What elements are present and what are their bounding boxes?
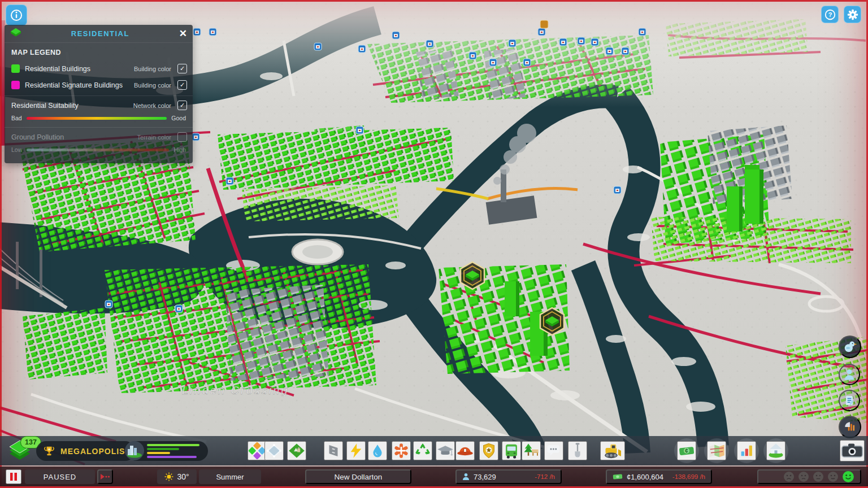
bus-icon — [503, 442, 520, 459]
terraforming-tool[interactable] — [568, 441, 587, 460]
game-screen: Linden Crossing ? RESIDENTIAL ✕ MAP LEGE — [0, 0, 868, 488]
chat-bubbles-icon — [545, 442, 562, 459]
unhappy-face-icon — [798, 471, 809, 482]
pause-button[interactable] — [6, 469, 21, 484]
temperature-value: 30° — [177, 472, 189, 481]
population-button[interactable]: 73,629 -712 /h — [455, 469, 562, 484]
residential-zoning-icon — [10, 28, 21, 40]
radio-button[interactable] — [839, 416, 861, 438]
bulldozer-icon — [601, 442, 624, 459]
pollution-checkbox[interactable] — [177, 132, 187, 142]
checkmark-icon: ✓ — [180, 102, 185, 108]
legend-title: RESIDENTIAL — [21, 29, 179, 38]
main-toolbar: 137 MEGALOPOLIS — [0, 436, 868, 465]
bulldozer-tool[interactable] — [600, 441, 625, 460]
gradient-low-label: Low — [11, 146, 22, 153]
population-rate: -712 /h — [535, 473, 555, 480]
map-legend-panel: RESIDENTIAL ✕ MAP LEGEND Residential Bui… — [5, 25, 193, 163]
legend-row-suitability: Residential Suitability Network color ✓ — [5, 97, 193, 114]
zoning-icon — [249, 442, 266, 459]
chirper-button[interactable] — [839, 336, 861, 358]
citizen-icon — [843, 368, 856, 381]
close-icon[interactable]: ✕ — [179, 29, 187, 38]
legend-row-signature-buildings: Residential Signature Buildings Building… — [5, 77, 193, 93]
graduation-cap-icon — [437, 442, 454, 460]
city-name-label: New Dollarton — [335, 473, 383, 481]
checkmark-icon: ✓ — [180, 66, 185, 72]
roads-tool[interactable] — [324, 441, 343, 460]
trophy-icon — [43, 445, 55, 457]
info-views-tool[interactable] — [707, 441, 726, 460]
signature-buildings-swatch — [11, 81, 20, 89]
city-information-tool[interactable] — [766, 441, 785, 460]
temperature-display: 30° — [157, 469, 197, 484]
info-button[interactable] — [6, 5, 27, 26]
sim-speed-icon — [100, 473, 110, 480]
gradient-high-label: High — [173, 146, 186, 153]
legend-row-color-type: Building color — [134, 82, 171, 89]
svg-text:¢: ¢ — [685, 448, 688, 454]
roads-icon — [325, 442, 342, 460]
journal-button[interactable] — [839, 390, 860, 411]
bar-chart-icon — [739, 443, 754, 459]
legend-row-label: Residential Suitability — [11, 102, 128, 110]
residential-buildings-checkbox[interactable]: ✓ — [177, 64, 187, 73]
pollution-gradient-bar — [27, 149, 169, 151]
money-value: ¢1,600,604 — [627, 473, 669, 481]
map-icon — [708, 442, 725, 459]
suitability-checkbox[interactable]: ✓ — [177, 101, 187, 110]
gradient-high-label: Good — [171, 115, 186, 121]
help-button[interactable]: ? — [821, 6, 839, 23]
content-face-icon — [827, 471, 839, 482]
legend-row-color-type: Terrain color — [137, 134, 171, 141]
legend-row-color-type: Network color — [133, 102, 171, 109]
happiness-scale — [783, 470, 860, 483]
money-icon — [613, 473, 623, 480]
citizens-button[interactable] — [839, 364, 860, 385]
suitability-gradient-bar — [27, 117, 167, 120]
economy-tool[interactable]: ¢ — [677, 441, 696, 460]
fire-rescue-tool[interactable] — [455, 441, 475, 460]
transportation-tool[interactable] — [502, 441, 521, 460]
garbage-tool[interactable] — [413, 441, 432, 460]
landscaping-tool[interactable] — [287, 441, 306, 460]
milestone-button[interactable]: MEGALOPOLIS — [36, 441, 135, 461]
areas-tool[interactable] — [264, 441, 284, 460]
help-icon: ? — [824, 8, 836, 21]
communications-tool[interactable] — [544, 441, 563, 460]
police-tool[interactable] — [479, 441, 498, 460]
water-sewage-tool[interactable] — [368, 441, 387, 460]
economy-money-icon: ¢ — [678, 442, 695, 459]
population-icon — [462, 473, 470, 481]
population-value: 73,629 — [474, 473, 531, 481]
statistics-tool[interactable] — [737, 441, 756, 460]
gradient-low-label: Bad — [11, 115, 22, 121]
signature-buildings-checkbox[interactable]: ✓ — [177, 80, 187, 90]
legend-row-residential-buildings: Residential Buildings Building color ✓ — [5, 60, 193, 77]
happiness-button[interactable] — [757, 469, 861, 484]
city-name-button[interactable]: New Dollarton — [305, 469, 411, 484]
neutral-face-icon — [813, 471, 824, 482]
police-badge-icon — [480, 442, 497, 459]
happy-face-icon — [842, 470, 854, 483]
legend-row-color-type: Building color — [134, 66, 171, 72]
suitability-gradient-row: Bad Good — [5, 114, 193, 125]
photo-mode-tool[interactable] — [840, 440, 865, 461]
sim-state-display: PAUSED — [25, 469, 95, 484]
info-icon — [10, 8, 23, 22]
chirper-bird-icon — [843, 339, 857, 354]
settings-button[interactable] — [844, 6, 861, 23]
pause-icon — [8, 472, 19, 482]
money-button[interactable]: ¢1,600,604 -138,699 /h — [606, 469, 712, 484]
season-label: Summer — [216, 473, 244, 481]
sim-speed-button[interactable] — [97, 469, 113, 484]
residential-buildings-swatch — [11, 64, 20, 73]
sun-icon — [164, 472, 173, 481]
parks-recreation-tool[interactable] — [522, 441, 541, 460]
status-bar: PAUSED 30° Summer New Dollarton 73,629 -… — [0, 467, 868, 486]
electricity-tool[interactable] — [346, 441, 366, 460]
money-rate: -138,699 /h — [672, 473, 705, 480]
healthcare-tool[interactable] — [392, 441, 411, 460]
education-tool[interactable] — [436, 441, 455, 460]
zoning-tool[interactable] — [248, 441, 267, 460]
